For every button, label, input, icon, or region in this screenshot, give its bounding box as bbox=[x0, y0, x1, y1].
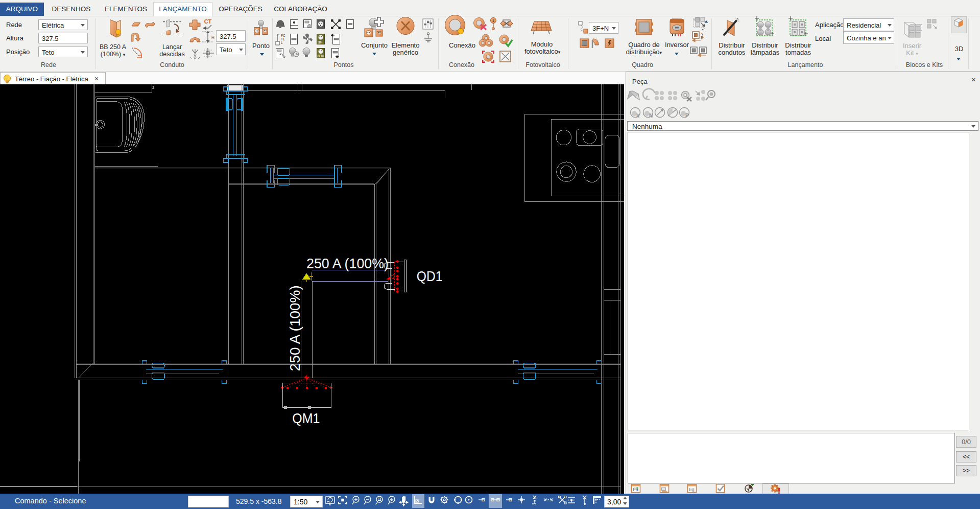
svg-text:3F: 3F bbox=[318, 40, 323, 44]
svg-text:250 A (100%): 250 A (100%) bbox=[306, 256, 389, 271]
svg-text:QM1: QM1 bbox=[292, 410, 320, 426]
svg-text:L: L bbox=[281, 41, 283, 44]
svg-text:P: P bbox=[685, 113, 689, 119]
svg-text:1: 1 bbox=[492, 18, 495, 23]
svg-text:QD1: QD1 bbox=[417, 268, 443, 284]
svg-text:3FN: 3FN bbox=[318, 54, 324, 58]
svg-text:250 A (100%): 250 A (100%) bbox=[287, 285, 303, 371]
svg-text:CT: CT bbox=[204, 18, 212, 25]
svg-text:y: y bbox=[693, 17, 695, 21]
svg-text:h: h bbox=[636, 113, 639, 119]
svg-text:FC: FC bbox=[281, 34, 285, 37]
svg-text:TE: TE bbox=[281, 37, 285, 41]
svg-text:N: N bbox=[649, 113, 653, 119]
svg-text:H: H bbox=[211, 35, 214, 40]
